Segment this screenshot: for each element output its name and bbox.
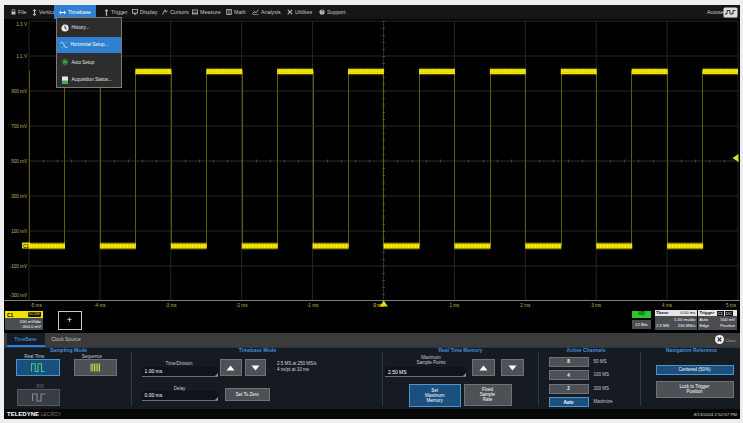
- svg-text:900 mV: 900 mV: [11, 89, 28, 94]
- svg-text:1.1 V: 1.1 V: [16, 54, 28, 59]
- svg-text:-1 ms: -1 ms: [307, 303, 319, 308]
- svg-text:-3 ms: -3 ms: [165, 303, 177, 308]
- svg-text:1 ms: 1 ms: [449, 303, 460, 308]
- svg-text:0 ms: 0 ms: [374, 303, 385, 308]
- svg-text:-5 ms: -5 ms: [30, 303, 42, 308]
- svg-text:-100 mV: -100 mV: [10, 264, 28, 269]
- svg-text:-300 mV: -300 mV: [10, 293, 28, 298]
- svg-text:-4 ms: -4 ms: [94, 303, 106, 308]
- svg-text:5 ms: 5 ms: [726, 303, 737, 308]
- svg-text:2 ms: 2 ms: [520, 303, 531, 308]
- svg-text:C1: C1: [23, 244, 29, 249]
- svg-text:100 mV: 100 mV: [11, 229, 28, 234]
- svg-text:300 mV: 300 mV: [11, 194, 28, 199]
- svg-text:500 mV: 500 mV: [11, 159, 28, 164]
- svg-text:-2 ms: -2 ms: [236, 303, 248, 308]
- svg-text:4 ms: 4 ms: [662, 303, 673, 308]
- svg-text:1.3 V: 1.3 V: [16, 22, 28, 27]
- svg-text:700 mV: 700 mV: [11, 124, 28, 129]
- svg-text:3 ms: 3 ms: [591, 303, 602, 308]
